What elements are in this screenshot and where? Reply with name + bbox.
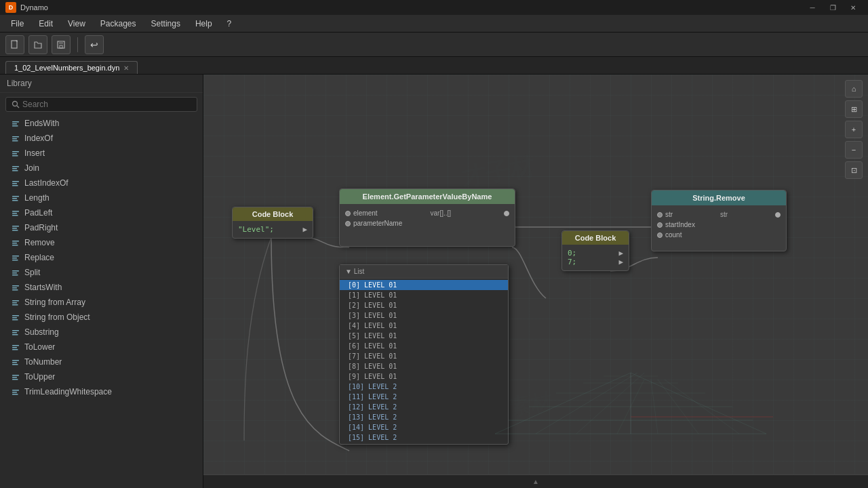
svg-rect-15: [12, 166, 19, 167]
string-remove-node[interactable]: String.Remove str str startIndex count: [651, 190, 787, 251]
search-input[interactable]: [22, 100, 191, 109]
open-button[interactable]: [28, 35, 47, 54]
sidebar-item-trimleadingwhitespace[interactable]: TrimLeadingWhitespace: [0, 384, 203, 399]
canvas-home-btn[interactable]: ⌂: [845, 80, 863, 98]
sidebar-item-substring[interactable]: Substring: [0, 325, 203, 340]
sidebar-item-tolower[interactable]: ToLower: [0, 340, 203, 354]
svg-rect-57: [12, 375, 19, 376]
sidebar-item-lastindexof[interactable]: LastIndexOf: [0, 176, 203, 190]
tab-main[interactable]: 1_02_LevelNumbers_begin.dyn ✕: [5, 61, 138, 74]
text-icon: [11, 223, 20, 232]
titlebar: D Dynamo ─ ❐ ✕: [0, 0, 868, 15]
canvas[interactable]: 才子材 艺艺 素材 Code Block "Level"; ▶: [203, 75, 868, 488]
canvas-zoom-in-btn[interactable]: +: [845, 121, 863, 138]
svg-rect-16: [12, 168, 17, 169]
text-icon: [11, 253, 20, 262]
close-button[interactable]: ✕: [844, 2, 863, 13]
sidebar-item-replace[interactable]: Replace: [0, 250, 203, 265]
bottom-expand-bar[interactable]: ▲: [203, 474, 868, 488]
text-icon: [11, 119, 20, 128]
search-box[interactable]: [5, 97, 197, 112]
tab-close-icon[interactable]: ✕: [123, 64, 129, 72]
save-button[interactable]: [52, 35, 71, 54]
undo-button[interactable]: ↩: [85, 35, 104, 54]
restore-button[interactable]: ❐: [823, 2, 842, 13]
port-count-dot: [657, 232, 663, 238]
port-str-dot: [657, 212, 663, 218]
string-remove-body: str str startIndex count: [652, 205, 786, 251]
menu-packages[interactable]: Packages: [94, 17, 143, 30]
new-button[interactable]: [5, 35, 24, 54]
menu-edit[interactable]: Edit: [32, 17, 60, 30]
svg-rect-59: [12, 379, 18, 380]
sidebar-item-label: String from Array: [24, 298, 85, 307]
sidebar-item-padleft[interactable]: PadLeft: [0, 205, 203, 220]
text-icon: [11, 268, 20, 277]
svg-rect-21: [12, 196, 19, 197]
svg-rect-29: [12, 230, 18, 231]
menu-info[interactable]: ?: [220, 17, 239, 30]
port-str-out: [775, 212, 781, 218]
menu-help[interactable]: Help: [189, 17, 219, 30]
svg-rect-44: [12, 304, 18, 306]
port-parametername-1: parameterName: [345, 218, 509, 228]
text-icon: [11, 387, 20, 396]
svg-rect-41: [12, 289, 18, 291]
svg-rect-7: [12, 123, 17, 125]
svg-rect-11: [12, 140, 18, 142]
svg-rect-13: [12, 153, 17, 155]
svg-rect-24: [12, 211, 19, 212]
sidebar-item-label: LastIndexOf: [24, 178, 68, 188]
sidebar-item-string-from-object[interactable]: String from Object: [0, 310, 203, 325]
svg-rect-6: [12, 121, 19, 123]
menu-file[interactable]: File: [4, 17, 31, 30]
sidebar-item-tonumber[interactable]: ToNumber: [0, 354, 203, 369]
element-getparam-node-1[interactable]: Element.GetParameterValueByName element …: [339, 188, 515, 247]
sidebar-item-remove[interactable]: Remove: [0, 235, 203, 250]
code-block-node-2[interactable]: Code Block 0; ▶ 7; ▶: [561, 230, 629, 271]
list-item[interactable]: [1] LEVEL 01: [340, 290, 508, 300]
sidebar-item-label: StartsWith: [24, 283, 62, 292]
svg-rect-25: [12, 213, 17, 214]
text-icon: [11, 134, 20, 143]
list-item[interactable]: [2] LEVEL 01: [340, 300, 508, 310]
svg-rect-35: [12, 260, 18, 261]
sidebar-item-label: Insert: [24, 148, 45, 158]
svg-rect-31: [12, 243, 17, 244]
sidebar-item-insert[interactable]: Insert: [0, 146, 203, 161]
port-count: count: [657, 230, 781, 240]
menu-settings[interactable]: Settings: [144, 17, 187, 30]
sidebar: Library EndsWith IndexOf Insert Join: [0, 75, 203, 488]
sidebar-item-startswith[interactable]: StartsWith: [0, 280, 203, 295]
canvas-zoom-out-btn[interactable]: −: [845, 141, 863, 159]
svg-rect-14: [12, 155, 18, 157]
sidebar-item-string-from-array[interactable]: String from Array: [0, 295, 203, 310]
sidebar-item-label: Remove: [24, 238, 55, 247]
text-icon: [11, 238, 20, 247]
canvas-zoom-btn[interactable]: ⊞: [845, 100, 863, 118]
code-block-node-1[interactable]: Code Block "Level"; ▶: [232, 207, 313, 239]
sidebar-item-toupper[interactable]: ToUpper: [0, 369, 203, 384]
svg-rect-30: [12, 241, 19, 242]
svg-rect-37: [12, 272, 17, 274]
svg-rect-27: [12, 226, 19, 227]
text-icon: [11, 283, 20, 292]
port-startindex-dot: [657, 222, 663, 228]
code-line-1: "Level"; ▶: [238, 225, 307, 234]
svg-rect-46: [12, 317, 17, 319]
canvas-fit-btn[interactable]: ⊡: [845, 161, 863, 179]
sidebar-item-label: String from Object: [24, 312, 90, 322]
minimize-button[interactable]: ─: [803, 2, 822, 13]
sidebar-item-join[interactable]: Join: [0, 161, 203, 176]
svg-rect-58: [12, 377, 17, 378]
list-item[interactable]: [0] LEVEL 01: [340, 280, 508, 290]
menu-view[interactable]: View: [61, 17, 92, 30]
sidebar-item-split[interactable]: Split: [0, 265, 203, 280]
svg-rect-8: [12, 125, 18, 127]
sidebar-item-length[interactable]: Length: [0, 190, 203, 205]
sidebar-item-indexof[interactable]: IndexOf: [0, 131, 203, 146]
text-icon: [11, 148, 20, 158]
sidebar-item-padright[interactable]: PadRight: [0, 220, 203, 235]
sidebar-item-endswith[interactable]: EndsWith: [0, 116, 203, 131]
canvas-toolbar: ⌂ ⊞ + − ⊡: [845, 80, 863, 179]
